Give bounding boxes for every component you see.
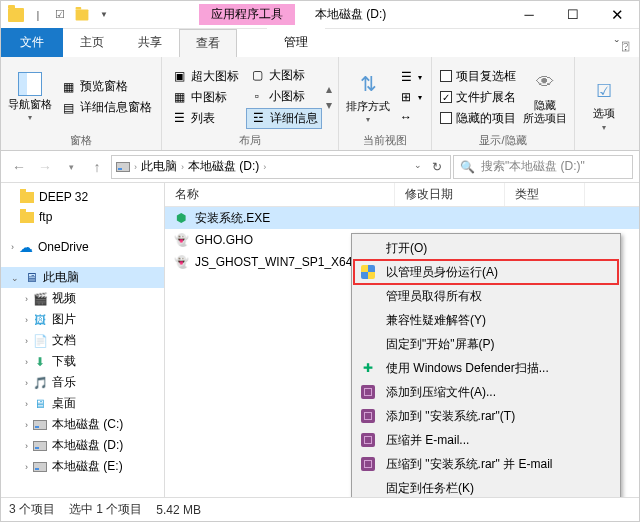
context-menu: 打开(O) 以管理员身份运行(A) 管理员取得所有权 兼容性疑难解答(Y) 固定… [351,233,621,522]
tree-node-drive-c[interactable]: ›本地磁盘 (C:) [1,414,164,435]
group-current-view-label: 当前视图 [345,133,425,148]
ctx-open[interactable]: 打开(O) [354,236,618,260]
qat-dropdown[interactable]: ▼ [95,6,113,24]
tab-share[interactable]: 共享 [121,28,179,57]
gho-icon: 👻 [173,232,189,248]
tree-node-drive-d[interactable]: ›本地磁盘 (D:) [1,435,164,456]
status-item-count: 3 个项目 [9,501,55,518]
details-view-button[interactable]: ☲详细信息 [246,108,322,129]
tree-node-documents[interactable]: ›📄文档 [1,330,164,351]
ctx-admin-owner[interactable]: 管理员取得所有权 [354,284,618,308]
navbar: ← → ▾ ↑ › 此电脑 › 本地磁盘 (D:) › ⌄ ↻ 🔍 搜索"本地磁… [1,151,639,183]
list-item-exe[interactable]: ⬢安装系统.EXE [165,207,639,229]
qat-separator: | [29,6,47,24]
close-button[interactable]: ✕ [595,1,639,29]
options-icon: ☑ [590,77,618,105]
nav-pane-button[interactable]: 导航窗格 ▾ [7,61,53,133]
item-checkbox-option[interactable]: 项目复选框 [438,67,518,86]
qat-properties[interactable]: ☑ [51,6,69,24]
tools-tab-header: 应用程序工具 [199,4,295,25]
group-layout-label: 布局 [168,133,332,148]
tab-manage[interactable]: 管理 [267,28,325,57]
details-icon: ▤ [60,100,76,116]
l-icons-icon: ▢ [249,67,265,83]
preview-pane-button[interactable]: ▦预览窗格 [57,77,155,96]
xl-icons-icon: ▣ [171,68,187,84]
options-button[interactable]: ☑ 选项 ▾ [581,61,627,148]
up-button[interactable]: ↑ [85,155,109,179]
addr-dropdown[interactable]: ⌄ [410,160,426,174]
m-icons-button[interactable]: ▦中图标 [168,88,242,107]
col-type[interactable]: 类型 [505,183,585,206]
qat-new-folder[interactable] [73,6,91,24]
tree-node-videos[interactable]: ›🎬视频 [1,288,164,309]
col-modified[interactable]: 修改日期 [395,183,505,206]
ctx-add-archive[interactable]: 添加到压缩文件(A)... [354,380,618,404]
nav-tree: DEEP 32 ftp ›☁OneDrive ⌄🖥此电脑 ›🎬视频 ›🖼图片 ›… [1,183,165,499]
ctx-compat[interactable]: 兼容性疑难解答(Y) [354,308,618,332]
status-bar: 3 个项目 选中 1 个项目 5.42 MB [1,497,639,521]
recent-button[interactable]: ▾ [59,155,83,179]
search-placeholder: 搜索"本地磁盘 (D:)" [481,158,585,175]
app-icon [7,6,25,24]
tree-node-downloads[interactable]: ›⬇下载 [1,351,164,372]
tree-node-pictures[interactable]: ›🖼图片 [1,309,164,330]
address-bar[interactable]: › 此电脑 › 本地磁盘 (D:) › ⌄ ↻ [111,155,451,179]
ctx-compress-rar-email[interactable]: 压缩到 "安装系统.rar" 并 E-mail [354,452,618,476]
add-columns-button[interactable]: ⊞▾ [395,88,425,106]
details-pane-button[interactable]: ▤详细信息窗格 [57,98,155,117]
tree-node-music[interactable]: ›🎵音乐 [1,372,164,393]
ctx-add-rar[interactable]: 添加到 "安装系统.rar"(T) [354,404,618,428]
group-showhide-label: 显示/隐藏 [438,133,568,148]
ctx-run-admin[interactable]: 以管理员身份运行(A) [354,260,618,284]
tree-node-onedrive[interactable]: ›☁OneDrive [1,237,164,257]
tree-node-deep32[interactable]: DEEP 32 [1,187,164,207]
rar-icon [358,383,378,401]
list-header: 名称 修改日期 类型 [165,183,639,207]
forward-button[interactable]: → [33,155,57,179]
col-name[interactable]: 名称 [165,183,395,206]
rar-icon [358,431,378,449]
tree-node-ftp[interactable]: ftp [1,207,164,227]
collapse-ribbon[interactable]: ˇ ⍰ [605,35,639,57]
xl-icons-button[interactable]: ▣超大图标 [168,67,242,86]
tree-node-drive-e[interactable]: ›本地磁盘 (E:) [1,456,164,477]
ctx-pin-start[interactable]: 固定到"开始"屏幕(P) [354,332,618,356]
preview-icon: ▦ [60,79,76,95]
sort-button[interactable]: ⇅ 排序方式 ▾ [345,61,391,133]
tree-node-thispc[interactable]: ⌄🖥此电脑 [1,267,164,288]
search-icon: 🔍 [460,160,475,174]
status-selected-count: 选中 1 个项目 [69,501,142,518]
list-button[interactable]: ☰列表 [168,109,242,128]
defender-icon: ✚ [358,359,378,377]
file-ext-option[interactable]: ✓文件扩展名 [438,88,518,107]
hide-selected-button[interactable]: 👁 隐藏 所选项目 [522,61,568,133]
tab-file[interactable]: 文件 [1,28,63,57]
hidden-items-option[interactable]: 隐藏的项目 [438,109,518,128]
maximize-button[interactable]: ☐ [551,1,595,29]
sort-icon: ⇅ [354,70,382,98]
search-input[interactable]: 🔍 搜索"本地磁盘 (D:)" [453,155,633,179]
ctx-defender[interactable]: ✚使用 Windows Defender扫描... [354,356,618,380]
ctx-compress-email[interactable]: 压缩并 E-mail... [354,428,618,452]
nav-pane-icon [18,72,42,96]
ribbon-tabs: 文件 主页 共享 查看 管理 ˇ ⍰ [1,29,639,57]
exe-icon: ⬢ [173,210,189,226]
tab-home[interactable]: 主页 [63,28,121,57]
minimize-button[interactable]: ─ [507,1,551,29]
breadcrumb[interactable]: 本地磁盘 (D:) [188,158,259,175]
size-columns-button[interactable]: ↔ [395,108,425,126]
tab-view[interactable]: 查看 [179,29,237,57]
back-button[interactable]: ← [7,155,31,179]
s-icons-button[interactable]: ▫小图标 [246,87,322,106]
rar-icon [358,455,378,473]
refresh-button[interactable]: ↻ [428,160,446,174]
details-view-icon: ☲ [250,110,266,126]
drive-icon [116,162,130,172]
l-icons-button[interactable]: ▢大图标 [246,66,322,85]
breadcrumb[interactable]: 此电脑 [141,158,177,175]
tree-node-desktop[interactable]: ›🖥桌面 [1,393,164,414]
group-by-button[interactable]: ☰▾ [395,68,425,86]
window-title: 本地磁盘 (D:) [315,6,386,23]
columns-icon: ⊞ [398,89,414,105]
